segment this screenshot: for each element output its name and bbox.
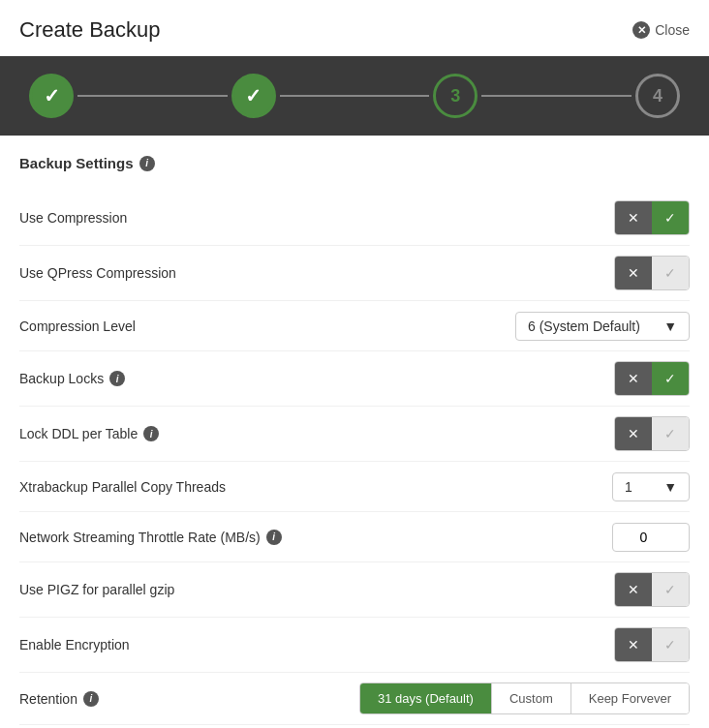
label-pigz: Use PIGZ for parallel gzip	[19, 582, 174, 597]
dropdown-compression-level[interactable]: 6 (System Default) ▼	[515, 312, 690, 341]
throttle-rate-input[interactable]	[612, 523, 690, 552]
row-use-compression: Use Compression ✕ ✓	[19, 191, 690, 246]
toggle-x-use-compression[interactable]: ✕	[615, 201, 652, 234]
label-parallel-threads: Xtrabackup Parallel Copy Threads	[19, 479, 226, 495]
header: Create Backup ✕ Close	[0, 0, 709, 56]
retention-tab-default[interactable]: 31 days (Default)	[360, 683, 492, 713]
step-line-1	[77, 95, 228, 97]
toggle-encryption: ✕ ✓	[614, 627, 690, 662]
row-throttle-rate: Network Streaming Throttle Rate (MB/s) i	[19, 512, 690, 562]
toggle-x-qpress[interactable]: ✕	[615, 257, 652, 289]
row-encryption: Enable Encryption ✕ ✓	[19, 618, 690, 673]
close-button[interactable]: ✕ Close	[632, 21, 690, 39]
label-encryption: Enable Encryption	[19, 637, 130, 652]
stepper-bar: ✓ ✓ 3 4	[0, 56, 709, 136]
row-qpress: Use QPress Compression ✕ ✓	[19, 246, 690, 301]
step-1-check: ✓	[44, 84, 60, 107]
label-lock-ddl: Lock DDL per Table i	[19, 426, 159, 441]
row-lock-ddl: Lock DDL per Table i ✕ ✓	[19, 407, 690, 462]
label-backup-locks: Backup Locks i	[19, 371, 125, 386]
row-retention: Retention i 31 days (Default) Custom Kee…	[19, 673, 690, 725]
toggle-check-qpress[interactable]: ✓	[652, 257, 689, 289]
toggle-check-pigz[interactable]: ✓	[652, 573, 689, 606]
label-compression-level: Compression Level	[19, 318, 136, 334]
page-title: Create Backup	[19, 17, 161, 43]
step-3[interactable]: 3	[433, 74, 478, 118]
step-line-3	[481, 95, 632, 97]
retention-info-icon[interactable]: i	[83, 691, 99, 707]
step-2-check: ✓	[245, 84, 262, 107]
step-2[interactable]: ✓	[231, 74, 276, 118]
close-icon: ✕	[632, 21, 650, 39]
section-info-icon[interactable]: i	[139, 156, 155, 171]
dropdown-compression-arrow: ▼	[663, 318, 677, 334]
toggle-check-encryption[interactable]: ✓	[652, 628, 689, 661]
label-qpress: Use QPress Compression	[19, 265, 176, 281]
toggle-qpress: ✕ ✓	[614, 256, 690, 290]
section-title-text: Backup Settings	[19, 155, 134, 171]
section-title: Backup Settings i	[19, 155, 690, 171]
toggle-x-pigz[interactable]: ✕	[615, 573, 652, 606]
retention-tab-forever[interactable]: Keep Forvever	[571, 683, 689, 713]
toggle-check-use-compression[interactable]: ✓	[652, 201, 689, 234]
row-pigz: Use PIGZ for parallel gzip ✕ ✓	[19, 562, 690, 618]
backup-locks-info-icon[interactable]: i	[109, 371, 125, 386]
retention-tab-custom[interactable]: Custom	[492, 683, 571, 713]
close-label: Close	[655, 22, 690, 38]
dropdown-compression-value: 6 (System Default)	[528, 318, 640, 334]
row-compression-level: Compression Level 6 (System Default) ▼	[19, 301, 690, 351]
label-use-compression: Use Compression	[19, 210, 127, 226]
lock-ddl-info-icon[interactable]: i	[143, 426, 159, 441]
content: Backup Settings i Use Compression ✕ ✓ Us…	[0, 136, 709, 728]
dropdown-parallel-threads[interactable]: 1 ▼	[612, 472, 690, 501]
toggle-use-compression: ✕ ✓	[614, 200, 690, 235]
step-3-label: 3	[450, 86, 460, 106]
toggle-check-lock-ddl[interactable]: ✓	[652, 417, 689, 450]
label-throttle-rate: Network Streaming Throttle Rate (MB/s) i	[19, 530, 282, 545]
stepper: ✓ ✓ 3 4	[29, 74, 680, 118]
dropdown-threads-value: 1	[625, 479, 632, 495]
toggle-lock-ddl: ✕ ✓	[614, 416, 690, 451]
toggle-backup-locks: ✕ ✓	[614, 361, 690, 396]
dropdown-threads-arrow: ▼	[663, 479, 677, 495]
toggle-x-backup-locks[interactable]: ✕	[615, 362, 652, 395]
label-retention: Retention i	[19, 691, 99, 707]
throttle-info-icon[interactable]: i	[266, 530, 282, 545]
toggle-pigz: ✕ ✓	[614, 572, 690, 607]
toggle-x-lock-ddl[interactable]: ✕	[615, 417, 652, 450]
row-backup-locks: Backup Locks i ✕ ✓	[19, 351, 690, 407]
step-4[interactable]: 4	[635, 74, 680, 118]
toggle-check-backup-locks[interactable]: ✓	[652, 362, 689, 395]
step-line-2	[280, 95, 430, 97]
step-4-label: 4	[653, 86, 663, 106]
row-parallel-threads: Xtrabackup Parallel Copy Threads 1 ▼	[19, 462, 690, 512]
retention-tabs: 31 days (Default) Custom Keep Forvever	[359, 682, 690, 714]
toggle-x-encryption[interactable]: ✕	[615, 628, 652, 661]
step-1[interactable]: ✓	[29, 74, 74, 118]
